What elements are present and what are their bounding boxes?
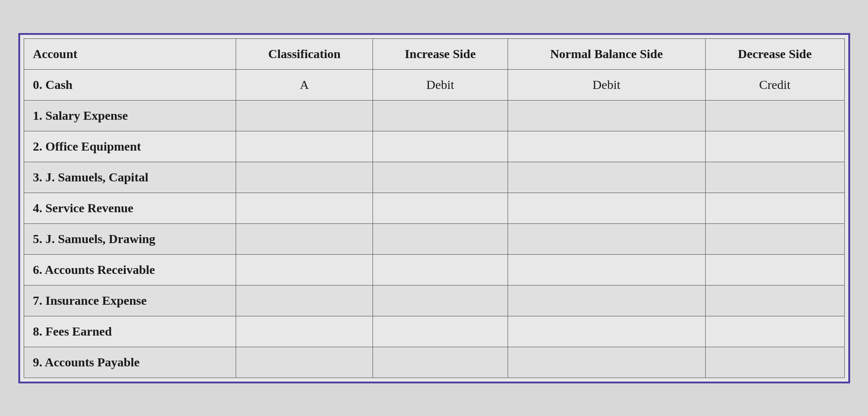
classification-cell bbox=[236, 347, 373, 378]
table-row: 7. Insurance Expense bbox=[24, 285, 844, 316]
normal-balance-cell bbox=[508, 347, 705, 378]
increase-side-cell bbox=[373, 162, 508, 193]
decrease-side-cell bbox=[705, 131, 844, 162]
normal-balance-cell bbox=[508, 193, 705, 223]
increase-side-cell bbox=[373, 100, 508, 131]
normal-balance-cell bbox=[508, 131, 705, 162]
decrease-side-header: Decrease Side bbox=[705, 38, 844, 69]
normal-balance-cell: Debit bbox=[508, 69, 705, 100]
table-row: 1. Salary Expense bbox=[24, 100, 844, 131]
decrease-side-cell: Credit bbox=[705, 69, 844, 100]
account-cell: 4. Service Revenue bbox=[24, 193, 236, 223]
normal-balance-cell bbox=[508, 100, 705, 131]
decrease-side-cell bbox=[705, 100, 844, 131]
classification-cell bbox=[236, 193, 373, 223]
normal-balance-cell bbox=[508, 223, 705, 254]
increase-side-cell bbox=[373, 131, 508, 162]
classification-cell bbox=[236, 100, 373, 131]
classification-cell bbox=[236, 316, 373, 347]
increase-side-cell bbox=[373, 347, 508, 378]
increase-side-header: Increase Side bbox=[373, 38, 508, 69]
decrease-side-cell bbox=[705, 347, 844, 378]
increase-side-cell bbox=[373, 223, 508, 254]
header-row: Account Classification Increase Side Nor… bbox=[24, 38, 844, 69]
decrease-side-cell bbox=[705, 285, 844, 316]
increase-side-cell bbox=[373, 316, 508, 347]
table-row: 9. Accounts Payable bbox=[24, 347, 844, 378]
classification-cell bbox=[236, 254, 373, 285]
table-container: Account Classification Increase Side Nor… bbox=[18, 33, 850, 383]
increase-side-cell: Debit bbox=[373, 69, 508, 100]
account-cell: 0. Cash bbox=[24, 69, 236, 100]
increase-side-cell bbox=[373, 285, 508, 316]
normal-balance-header: Normal Balance Side bbox=[508, 38, 705, 69]
increase-side-cell bbox=[373, 254, 508, 285]
account-cell: 7. Insurance Expense bbox=[24, 285, 236, 316]
accounting-table: Account Classification Increase Side Nor… bbox=[24, 38, 845, 378]
classification-cell: A bbox=[236, 69, 373, 100]
account-cell: 2. Office Equipment bbox=[24, 131, 236, 162]
decrease-side-cell bbox=[705, 254, 844, 285]
classification-cell bbox=[236, 131, 373, 162]
normal-balance-cell bbox=[508, 162, 705, 193]
normal-balance-cell bbox=[508, 254, 705, 285]
table-row: 3. J. Samuels, Capital bbox=[24, 162, 844, 193]
classification-cell bbox=[236, 223, 373, 254]
account-cell: 9. Accounts Payable bbox=[24, 347, 236, 378]
classification-header: Classification bbox=[236, 38, 373, 69]
table-row: 8. Fees Earned bbox=[24, 316, 844, 347]
decrease-side-cell bbox=[705, 223, 844, 254]
account-cell: 1. Salary Expense bbox=[24, 100, 236, 131]
decrease-side-cell bbox=[705, 193, 844, 223]
table-row: 0. CashADebitDebitCredit bbox=[24, 69, 844, 100]
table-row: 5. J. Samuels, Drawing bbox=[24, 223, 844, 254]
account-cell: 5. J. Samuels, Drawing bbox=[24, 223, 236, 254]
increase-side-cell bbox=[373, 193, 508, 223]
table-row: 6. Accounts Receivable bbox=[24, 254, 844, 285]
classification-cell bbox=[236, 285, 373, 316]
account-cell: 3. J. Samuels, Capital bbox=[24, 162, 236, 193]
account-cell: 6. Accounts Receivable bbox=[24, 254, 236, 285]
normal-balance-cell bbox=[508, 285, 705, 316]
account-cell: 8. Fees Earned bbox=[24, 316, 236, 347]
decrease-side-cell bbox=[705, 316, 844, 347]
normal-balance-cell bbox=[508, 316, 705, 347]
table-row: 4. Service Revenue bbox=[24, 193, 844, 223]
account-header: Account bbox=[24, 38, 236, 69]
table-row: 2. Office Equipment bbox=[24, 131, 844, 162]
classification-cell bbox=[236, 162, 373, 193]
decrease-side-cell bbox=[705, 162, 844, 193]
